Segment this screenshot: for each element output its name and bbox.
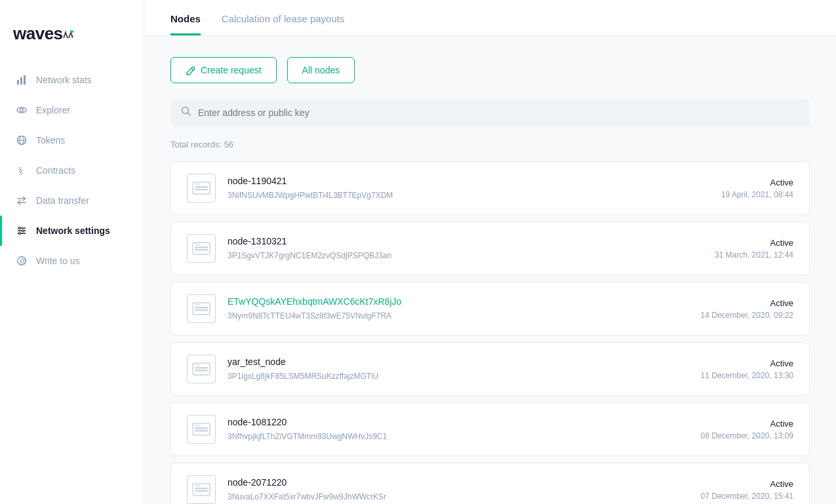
sidebar-item-label-network-settings: Network settings xyxy=(36,225,110,236)
svg-point-14 xyxy=(19,227,21,229)
status-date: 08 December, 2020, 13:09 xyxy=(701,431,793,440)
tabs-bar: Nodes Calculation of lease payouts xyxy=(144,0,836,36)
node-address: 3NfhvpjkjfLThZiVGTMmm93UwgNWHvJs9C1 xyxy=(228,430,689,442)
status-date: 07 December, 2020, 15:41 xyxy=(701,492,793,501)
sidebar-item-explorer[interactable]: Explorer xyxy=(0,95,144,125)
node-name: node-1310321 xyxy=(228,236,703,246)
node-card[interactable]: node-2071220 3NuvaLo7XXFat5xr7wbvJFw9w9J… xyxy=(170,463,810,504)
node-icon xyxy=(187,415,216,444)
node-card[interactable]: node-1081220 3NfhvpjkjfLThZiVGTMmm93UwgN… xyxy=(170,402,810,456)
pencil-icon xyxy=(186,66,195,75)
status-label: Active xyxy=(701,298,793,308)
section-icon: § xyxy=(15,164,28,177)
svg-text:§: § xyxy=(18,166,23,176)
tab-calculation[interactable]: Calculation of lease payouts xyxy=(222,0,345,35)
bar-chart-icon xyxy=(15,73,28,87)
main-content: Nodes Calculation of lease payouts Creat… xyxy=(144,0,836,504)
node-icon xyxy=(187,294,216,323)
waves-logo-icon xyxy=(63,30,73,38)
sidebar-item-write-to-us[interactable]: @ Write to us xyxy=(0,246,144,276)
sidebar-item-tokens[interactable]: Tokens xyxy=(0,125,144,155)
node-status: Active 31 March, 2021, 12:44 xyxy=(715,238,793,260)
sidebar-item-label-write-to-us: Write to us xyxy=(36,256,80,266)
node-name: yar_test_node xyxy=(228,357,689,367)
svg-rect-4 xyxy=(24,75,26,85)
transfer-icon xyxy=(15,194,28,207)
status-date: 11 December, 2020, 13:30 xyxy=(701,371,793,380)
status-label: Active xyxy=(721,178,793,187)
node-address: 3NifNSUvMBJWpgHPwtBTi4L3BT7EpVg7XDM xyxy=(228,189,709,201)
svg-rect-1 xyxy=(70,30,73,32)
eye-icon xyxy=(15,104,28,117)
search-input[interactable] xyxy=(198,107,799,118)
node-name: node-2071220 xyxy=(228,477,689,488)
sidebar-item-data-transfer[interactable]: Data transfer xyxy=(0,185,144,216)
content-area: Create request All nodes Total records: … xyxy=(144,36,836,504)
node-address: 3Nym9N8TcTTEU4wT3Sz8f3wE75VNvtgF7RA xyxy=(228,309,689,321)
circle-icon xyxy=(15,134,28,147)
sidebar-item-label-explorer: Explorer xyxy=(36,105,70,115)
svg-rect-28 xyxy=(195,249,208,251)
node-name: node-1081220 xyxy=(228,417,689,427)
node-status: Active 08 December, 2020, 13:09 xyxy=(701,419,793,440)
nav-menu: Network stats Explorer Tokens xyxy=(0,65,144,276)
node-address: 3NuvaLo7XXFat5xr7wbvJFw9w9JhWWcrKSr xyxy=(228,490,689,502)
svg-rect-44 xyxy=(195,490,208,492)
svg-line-21 xyxy=(188,113,191,116)
node-address: 3P1SgvVTJK7grgNC1EM2zvQSdjPSPQBJ3an xyxy=(228,249,703,261)
node-info: node-1081220 3NfhvpjkjfLThZiVGTMmm93UwgN… xyxy=(228,417,689,442)
status-date: 14 December, 2020, 09:22 xyxy=(701,311,793,320)
node-card[interactable]: node-1190421 3NifNSUvMBJWpgHPwtBTi4L3BT7… xyxy=(170,161,810,215)
sidebar-item-contracts[interactable]: § Contracts xyxy=(0,155,144,185)
node-status: Active 07 December, 2020, 15:41 xyxy=(701,479,793,501)
node-info: node-1310321 3P1SgvVTJK7grgNC1EM2zvQSdjP… xyxy=(228,236,703,261)
node-card[interactable]: ETwYQQskAYEhxbqtmAWXC6cKt7xR8jJo 3Nym9N8… xyxy=(170,282,810,336)
svg-rect-24 xyxy=(195,189,208,191)
sidebar-item-network-settings[interactable]: Network settings xyxy=(0,216,144,246)
svg-rect-25 xyxy=(195,184,200,185)
svg-rect-35 xyxy=(195,367,208,369)
node-icon xyxy=(187,355,216,383)
node-info: ETwYQQskAYEhxbqtmAWXC6cKt7xR8jJo 3Nym9N8… xyxy=(228,296,689,321)
svg-line-19 xyxy=(191,68,193,70)
svg-rect-31 xyxy=(195,307,208,309)
sidebar-item-network-stats[interactable]: Network stats xyxy=(0,65,144,95)
status-date: 31 March, 2021, 12:44 xyxy=(715,250,793,260)
create-request-button[interactable]: Create request xyxy=(170,57,277,83)
svg-rect-36 xyxy=(195,370,208,372)
sidebar-item-label-network-stats: Network stats xyxy=(36,75,92,85)
svg-rect-33 xyxy=(195,304,200,305)
tab-nodes[interactable]: Nodes xyxy=(170,0,201,35)
node-icon xyxy=(187,234,216,263)
node-status: Active 11 December, 2020, 13:30 xyxy=(701,359,793,380)
node-icon xyxy=(187,174,216,203)
search-icon xyxy=(181,106,191,119)
svg-rect-2 xyxy=(17,80,19,85)
svg-rect-43 xyxy=(195,488,208,490)
node-card[interactable]: node-1310321 3P1SgvVTJK7grgNC1EM2zvQSdjP… xyxy=(170,222,810,275)
svg-rect-45 xyxy=(195,485,200,486)
node-address: 3P1igxLg8jkF85LSM5MRSuKzzffajzMGTiU xyxy=(228,370,689,381)
sidebar-item-label-tokens: Tokens xyxy=(36,135,65,145)
svg-point-16 xyxy=(19,233,21,235)
logo-text: waves xyxy=(13,24,63,44)
svg-rect-37 xyxy=(195,364,200,366)
node-card[interactable]: yar_test_node 3P1igxLg8jkF85LSM5MRSuKzzf… xyxy=(170,342,810,396)
write-icon: @ xyxy=(15,254,28,267)
status-label: Active xyxy=(701,359,793,368)
svg-text:@: @ xyxy=(20,258,26,265)
svg-point-6 xyxy=(20,109,24,112)
svg-rect-39 xyxy=(195,427,208,429)
svg-rect-23 xyxy=(195,186,208,188)
all-nodes-label: All nodes xyxy=(302,65,340,75)
status-label: Active xyxy=(701,479,793,489)
total-records: Total records: 56 xyxy=(170,140,810,149)
node-info: yar_test_node 3P1igxLg8jkF85LSM5MRSuKzzf… xyxy=(228,357,689,381)
svg-rect-29 xyxy=(195,244,200,245)
node-name: ETwYQQskAYEhxbqtmAWXC6cKt7xR8jJo xyxy=(228,296,689,307)
all-nodes-button[interactable]: All nodes xyxy=(287,57,355,83)
settings-icon xyxy=(15,224,28,237)
sidebar-item-label-contracts: Contracts xyxy=(36,165,75,176)
sidebar: waves Network stats Ex xyxy=(0,0,144,504)
sidebar-item-label-data-transfer: Data transfer xyxy=(36,195,89,206)
